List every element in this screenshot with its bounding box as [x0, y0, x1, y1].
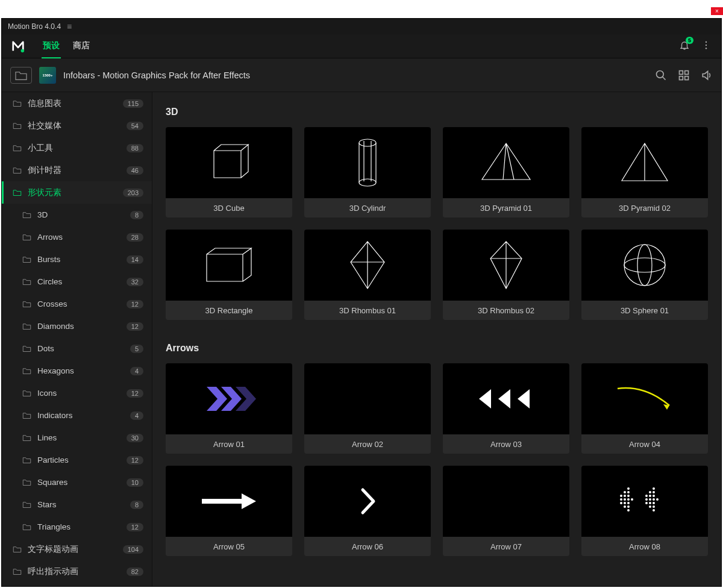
preset-card[interactable]: Arrow 07	[443, 466, 569, 556]
search-icon[interactable]	[655, 69, 667, 81]
preset-card[interactable]: 3D Pyramid 02	[581, 127, 708, 217]
sidebar-item-17[interactable]: Squares10	[2, 471, 152, 493]
sound-icon[interactable]	[701, 69, 713, 81]
sidebar-item-count: 12	[127, 322, 143, 331]
svg-point-43	[649, 505, 651, 508]
preset-card[interactable]: Arrow 05	[166, 466, 292, 556]
sidebar-item-count: 82	[127, 568, 143, 576]
sidebar-item-count: 10	[127, 478, 143, 487]
preset-card[interactable]: 3D Rhombus 01	[304, 230, 431, 320]
preset-card[interactable]: 3D Rhombus 02	[443, 230, 569, 320]
sidebar-item-11[interactable]: Dots5	[2, 337, 152, 360]
grid-view-icon[interactable]	[678, 69, 690, 81]
preset-card[interactable]: Arrow 02	[304, 363, 431, 454]
sidebar-item-6[interactable]: Arrows28	[2, 226, 152, 248]
svg-point-4	[657, 70, 664, 78]
sidebar-item-count: 14	[127, 255, 143, 264]
preset-card[interactable]: Arrow 01	[166, 363, 292, 454]
sidebar-item-8[interactable]: Circles32	[2, 271, 152, 293]
sidebar-item-0[interactable]: 信息图表115	[2, 92, 152, 114]
sidebar-item-22[interactable]: 电子设备55	[2, 583, 152, 586]
sidebar-item-label: Lines	[37, 433, 120, 442]
preset-card[interactable]: 3D Cube	[166, 127, 292, 217]
preset-preview	[581, 466, 708, 537]
preset-preview	[166, 466, 292, 537]
sidebar-item-3[interactable]: 倒计时器46	[2, 159, 152, 181]
sidebar-item-count: 12	[127, 456, 143, 464]
preset-label: 3D Pyramid 01	[443, 198, 569, 217]
sidebar-item-count: 4	[130, 411, 143, 420]
sidebar-item-count: 8	[130, 211, 143, 219]
preset-card[interactable]: 3D Sphere 01	[581, 230, 708, 320]
preset-label: Arrow 08	[581, 537, 708, 556]
more-menu-button[interactable]	[701, 40, 712, 53]
svg-point-24	[645, 495, 648, 497]
sidebar-item-count: 5	[130, 345, 143, 353]
folder-up-button[interactable]	[10, 67, 32, 84]
preset-preview	[304, 466, 431, 537]
preset-card[interactable]: 3D Rectangle	[166, 230, 292, 320]
sidebar-item-14[interactable]: Indicators4	[2, 404, 152, 427]
preset-card[interactable]: 3D Pyramid 01	[443, 127, 569, 217]
preset-label: Arrow 05	[166, 537, 292, 556]
sidebar-item-18[interactable]: Stars8	[2, 493, 152, 516]
preset-card[interactable]: Arrow 04	[581, 363, 708, 454]
preset-label: Arrow 03	[443, 434, 569, 454]
svg-point-29	[627, 498, 630, 501]
sidebar-item-5[interactable]: 3D8	[2, 204, 152, 226]
svg-point-35	[620, 502, 622, 504]
sidebar-item-20[interactable]: 文字标题动画104	[2, 538, 152, 560]
preset-label: 3D Pyramid 02	[581, 198, 708, 217]
svg-point-3	[706, 48, 707, 49]
preset-label: 3D Cylindr	[304, 198, 431, 217]
hamburger-icon[interactable]: ≡	[67, 22, 72, 31]
sidebar-item-1[interactable]: 社交媒体54	[2, 114, 152, 137]
nav-tab-1[interactable]: 商店	[72, 34, 91, 58]
breadcrumb-bar: 1500+ Infobars - Motion Graphics Pack fo…	[2, 58, 721, 92]
svg-point-22	[624, 495, 626, 497]
preset-card[interactable]: Arrow 03	[443, 363, 569, 454]
svg-point-9	[359, 139, 376, 146]
preset-card[interactable]: Arrow 06	[304, 466, 431, 556]
sidebar-item-19[interactable]: Triangles12	[2, 516, 152, 538]
pack-thumbnail[interactable]: 1500+	[39, 67, 56, 84]
sidebar-item-15[interactable]: Lines30	[2, 427, 152, 449]
preset-card[interactable]: Arrow 08	[581, 466, 708, 556]
sidebar-item-9[interactable]: Crosses12	[2, 293, 152, 315]
sidebar-item-label: Hexagons	[37, 366, 124, 375]
sidebar-item-16[interactable]: Particles12	[2, 449, 152, 471]
svg-point-26	[653, 495, 655, 497]
svg-point-27	[620, 498, 622, 501]
preset-preview	[166, 230, 292, 301]
preset-preview	[443, 230, 569, 301]
window-close-button[interactable]: ×	[711, 7, 723, 15]
svg-point-11	[624, 245, 665, 286]
section-title: 3D	[166, 107, 708, 117]
sidebar-item-label: Stars	[37, 500, 124, 509]
svg-rect-8	[685, 76, 689, 80]
svg-point-33	[653, 498, 655, 501]
preset-card[interactable]: 3D Cylindr	[304, 127, 431, 217]
sidebar-item-2[interactable]: 小工具88	[2, 137, 152, 159]
sidebar-item-4[interactable]: 形状元素203	[2, 181, 152, 204]
svg-point-15	[627, 487, 630, 490]
sidebar-item-7[interactable]: Bursts14	[2, 248, 152, 271]
sidebar-item-label: 呼出指示动画	[28, 566, 120, 577]
svg-point-45	[627, 509, 630, 511]
sidebar-item-10[interactable]: Diamonds12	[2, 315, 152, 337]
sidebar-item-label: 信息图表	[28, 98, 117, 109]
sidebar-item-label: Dots	[37, 344, 124, 353]
preset-preview	[443, 363, 569, 434]
preset-label: 3D Cube	[166, 198, 292, 217]
svg-rect-5	[680, 70, 683, 74]
svg-point-28	[624, 498, 626, 501]
sidebar-item-21[interactable]: 呼出指示动画82	[2, 560, 152, 583]
sidebar-item-12[interactable]: Hexagons4	[2, 360, 152, 382]
sidebar-item-13[interactable]: Icons12	[2, 382, 152, 404]
svg-point-13	[637, 245, 652, 286]
nav-tab-0[interactable]: 预设	[42, 34, 61, 58]
sidebar-item-count: 32	[127, 278, 143, 286]
sidebar-item-label: Indicators	[37, 411, 124, 420]
notifications-button[interactable]: 5	[679, 40, 690, 53]
svg-point-17	[624, 491, 626, 493]
